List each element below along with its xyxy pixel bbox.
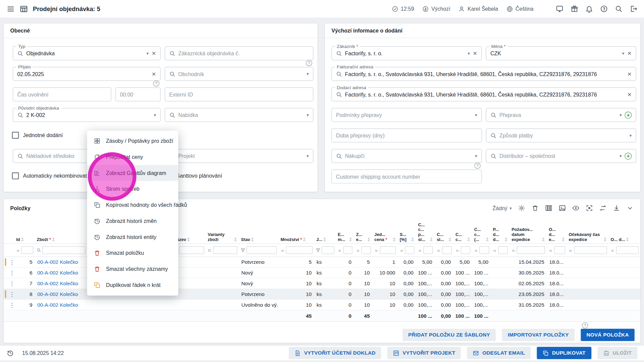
sum-icon[interactable]: Σ (187, 237, 190, 242)
filter-input-nazev[interactable] (179, 246, 204, 254)
column-header-c1[interactable]: C... c... p... sl...Σ (416, 221, 435, 243)
product-link[interactable]: 00-A-002 Kolečko (37, 259, 78, 265)
buyer-field[interactable]: Nákupčí ▾ (331, 149, 482, 163)
filter-input-ze[interactable] (362, 246, 371, 254)
search-icon[interactable] (615, 5, 623, 13)
received-date-field[interactable]: Přijato 02.05.2025 ✕ (13, 67, 161, 81)
sum-icon[interactable]: Σ (21, 237, 24, 242)
distributor-field[interactable]: Distributor – společnost ▾ + (486, 149, 636, 163)
shipping-account-field[interactable]: ? Customer shipping account number (331, 170, 482, 184)
column-header-c2[interactable]: C... sl...Σ (435, 231, 453, 244)
chevron-down-icon[interactable]: ▾ (307, 112, 309, 118)
clear-icon[interactable]: ✕ (627, 50, 632, 56)
filter-operator-icon[interactable]: = (568, 248, 573, 252)
column-header-ze[interactable]: Z... e...Σ (354, 231, 372, 244)
column-header-pozadov[interactable]: Požadov... datum expediceΣ (509, 226, 547, 244)
chevron-down-icon[interactable]: ▾ (154, 112, 156, 118)
release-time-field[interactable]: Čas uvolnění (13, 87, 111, 102)
filter-input-stav[interactable] (247, 246, 277, 254)
checkbox[interactable] (12, 131, 19, 138)
column-header-ode[interactable]: O... d... e...Σ (547, 226, 567, 244)
auto-no-combine-checkbox-row[interactable]: Automaticky nekombinovat (12, 172, 87, 179)
filter-input-id[interactable] (21, 246, 33, 254)
logout-icon[interactable] (630, 5, 637, 13)
sum-icon[interactable]: Σ (393, 237, 396, 242)
menu-item-3[interactable]: Strom spotřeb (87, 181, 178, 197)
sum-icon[interactable]: Σ (368, 237, 370, 242)
import-items-button[interactable]: IMPORTOVAT POLOŽKY (502, 329, 575, 341)
sum-icon[interactable]: Σ (562, 237, 565, 242)
column-header-id[interactable]: IdΣ (14, 236, 35, 243)
filter-input-em[interactable] (343, 246, 353, 254)
checkbox[interactable] (12, 172, 19, 179)
save-button[interactable]: ULOŽIT (597, 347, 637, 359)
filter-operator-icon[interactable]: ⊂ (207, 248, 212, 252)
customer-field[interactable]: Zákazník * Factorify, s. r. o. ▾ ✕ (331, 46, 482, 60)
collapse-icon[interactable] (626, 204, 634, 212)
column-header-c3[interactable]: C... c...Σ (453, 231, 472, 244)
sum-icon[interactable]: Σ (251, 237, 254, 242)
column-header-em[interactable]: E... m...Σ (336, 231, 354, 244)
chevron-down-icon[interactable]: ▾ (475, 112, 477, 118)
filter-input-c1[interactable] (423, 246, 433, 254)
help-icon[interactable]: ? (306, 60, 312, 66)
sum-icon[interactable]: Σ (412, 237, 414, 242)
product-link[interactable]: 00-A-002 Kolečko (37, 281, 78, 286)
sum-icon[interactable]: Σ (430, 237, 433, 242)
chevron-down-icon[interactable]: ▾ (620, 112, 622, 118)
row-menu-icon[interactable]: ⋮ (9, 291, 14, 298)
sum-icon[interactable]: Σ (468, 237, 470, 242)
chevron-down-icon[interactable]: ▾ (307, 71, 309, 76)
quote-field[interactable]: Nabídka ▾ (165, 108, 313, 122)
filter-operator-icon[interactable] (316, 248, 320, 252)
hamburger-menu-icon[interactable] (7, 5, 15, 13)
time-field[interactable]: ? 00:00 (115, 87, 161, 102)
filter-operator-icon[interactable]: = (548, 248, 553, 252)
row-menu-icon[interactable]: ⋮ (9, 259, 14, 265)
filter-operator-icon[interactable] (241, 248, 245, 252)
column-header-j[interactable]: J...Σ (314, 236, 336, 243)
sum-icon[interactable]: Σ (486, 237, 489, 242)
column-header-od[interactable]: O... d...Σ (608, 236, 640, 243)
row-menu-icon[interactable]: ⋮ (9, 280, 14, 287)
clear-icon[interactable]: ✕ (152, 71, 156, 77)
row-menu-icon[interactable]: ⋮ (9, 269, 14, 276)
help-icon[interactable]: ? (153, 80, 159, 86)
filter-operator-icon[interactable]: = (374, 248, 378, 252)
menu-item-2[interactable]: Zobrazit Ganttův diagram (87, 165, 178, 181)
new-item-button[interactable]: NOVÁ POLOŽKA (581, 329, 635, 341)
filter-operator-icon[interactable]: = (16, 248, 20, 252)
filter-input-c2[interactable] (442, 246, 452, 254)
filter-input-ocekavany[interactable] (574, 246, 607, 254)
column-header-ocekavany[interactable]: Očekávaný čas expediceΣ (567, 231, 608, 244)
menu-item-0[interactable]: Zásoby / Poptávky pro zboží (87, 133, 178, 149)
add-circle-icon[interactable]: + (625, 111, 632, 118)
sum-icon[interactable]: Σ (449, 237, 451, 242)
help-icon[interactable]: ? (474, 163, 480, 169)
filter-input-j[interactable] (322, 246, 334, 254)
product-link[interactable]: 00-A-002 Kolečko (37, 302, 78, 308)
transport-terms-field[interactable]: Podmínky přepravy ▾ (331, 108, 482, 122)
sum-icon[interactable]: Σ (234, 237, 237, 242)
help-icon[interactable] (600, 5, 608, 13)
column-header-s[interactable]: S... [%]Σ (398, 231, 416, 244)
sum-icon[interactable]: Σ (505, 237, 507, 242)
chevron-down-icon[interactable]: ▾ (622, 51, 625, 56)
column-header-varianty[interactable]: Varianty zbožíΣ (206, 231, 239, 244)
notifications-bell-icon[interactable] (585, 5, 593, 13)
chevron-down-icon[interactable]: ▾ (468, 51, 470, 56)
sum-icon[interactable]: Σ (604, 237, 607, 242)
column-header-p[interactable]: P... d... d...Σ (491, 226, 509, 244)
column-header-c4[interactable]: C... c... (...Σ (472, 226, 491, 244)
sum-icon[interactable]: Σ (303, 237, 306, 242)
filter-operator-icon[interactable]: = (356, 248, 360, 252)
chevron-down-icon[interactable]: ▾ (475, 153, 477, 159)
fit-screen-icon[interactable] (586, 204, 593, 212)
external-id-field[interactable]: Externí ID (165, 87, 313, 102)
filter-input-pozadov[interactable] (517, 246, 545, 254)
menu-item-9[interactable]: Duplikovat řádek n krát (87, 277, 178, 293)
salesperson-field[interactable]: ? Obchodník ▾ (165, 67, 313, 81)
filter-input-p[interactable] (498, 246, 508, 254)
row-menu-icon[interactable]: ⋮ (9, 302, 14, 308)
menu-item-6[interactable]: Zobrazit historii entity (87, 229, 178, 245)
